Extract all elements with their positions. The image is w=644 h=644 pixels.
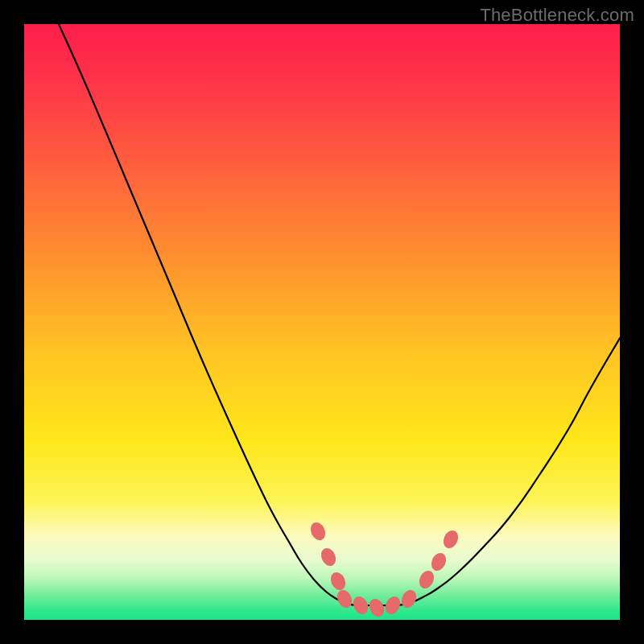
curve-marker [382, 594, 402, 617]
chart-frame: TheBottleneck.com [0, 0, 644, 644]
curve-marker [366, 597, 386, 619]
plot-area [24, 24, 620, 620]
curve-marker [328, 570, 348, 592]
curve-marker [440, 528, 460, 551]
curve-marker [398, 588, 419, 610]
curve-marker [308, 520, 328, 543]
bottleneck-curve [59, 24, 620, 605]
curve-marker [350, 594, 370, 617]
curve-marker [334, 588, 354, 610]
curve-marker [318, 546, 338, 568]
curve-layer [24, 24, 620, 620]
watermark-text: TheBottleneck.com [480, 5, 634, 26]
curve-marker [416, 568, 436, 591]
curve-marker [428, 551, 448, 573]
